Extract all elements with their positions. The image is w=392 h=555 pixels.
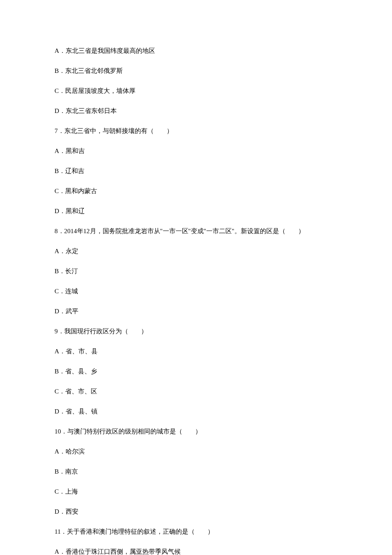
option-c-q7: C．黑和内蒙古: [55, 186, 341, 196]
question-9: 9．我国现行行政区分为（ ）: [55, 327, 341, 336]
option-b-q10: B．南京: [55, 467, 341, 477]
option-b-q7: B．辽和吉: [55, 166, 341, 176]
option-a-q8: A．永定: [55, 246, 341, 256]
option-d-q8: D．武平: [55, 306, 341, 316]
option-c-q9: C．省、市、区: [55, 387, 341, 396]
question-10: 10．与澳门特别行政区的级别相同的城市是（ ）: [55, 427, 341, 436]
question-11: 11．关于香港和澳门地理特征的叙述，正确的是（ ）: [55, 527, 341, 537]
option-a-q11: A．香港位于珠江口西侧，属亚热带季风气候: [55, 547, 341, 555]
option-d-q7: D．黑和辽: [55, 206, 341, 216]
question-8: 8．2014年12月，国务院批准龙岩市从"一市一区"变成"一市二区"。新设置的区…: [55, 226, 341, 236]
option-b-q9: B．省、县、乡: [55, 367, 341, 376]
option-d-q6: D．东北三省东邻日本: [55, 106, 341, 116]
option-d-q10: D．西安: [55, 507, 341, 517]
option-a-q10: A．哈尔滨: [55, 447, 341, 457]
option-b-q6: B．东北三省北邻俄罗斯: [55, 66, 341, 76]
option-c-q8: C．连城: [55, 286, 341, 296]
question-7: 7．东北三省中，与朝鲜接壤的有（ ）: [55, 126, 341, 136]
option-d-q9: D．省、县、镇: [55, 407, 341, 416]
document-page: A．东北三省是我国纬度最高的地区 B．东北三省北邻俄罗斯 C．民居屋顶坡度大，墙…: [0, 0, 392, 555]
option-a-q9: A．省、市、县: [55, 347, 341, 356]
option-b-q8: B．长汀: [55, 266, 341, 276]
option-a-q7: A．黑和吉: [55, 146, 341, 156]
option-c-q10: C．上海: [55, 487, 341, 497]
option-a-q6: A．东北三省是我国纬度最高的地区: [55, 46, 341, 56]
option-c-q6: C．民居屋顶坡度大，墙体厚: [55, 86, 341, 96]
